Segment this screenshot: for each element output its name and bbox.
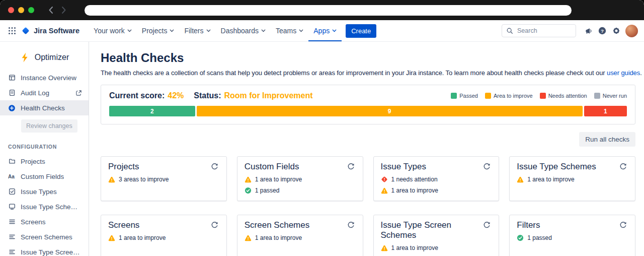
current-score-value: 42% [168, 91, 184, 100]
warning-icon [245, 176, 252, 183]
refresh-icon[interactable] [618, 162, 628, 171]
browser-forward-button[interactable] [57, 4, 70, 17]
sidebar-item-projects[interactable]: Projects [0, 154, 89, 169]
lightning-bolt-icon [20, 52, 31, 63]
status-text: 1 passed [527, 234, 552, 241]
refresh-icon[interactable] [210, 162, 219, 171]
health-check-card-issue-type-schemes[interactable]: Issue Type Schemes1 area to improve [509, 156, 635, 201]
user-avatar[interactable] [625, 25, 638, 37]
score-row: Current score: 42% Status: Room for Impr… [109, 91, 627, 100]
legend-label: Area to improve [494, 93, 533, 99]
card-header: Issue Types [381, 162, 492, 172]
sidebar-item-audit-log[interactable]: Audit Log [0, 85, 89, 100]
board-icon [8, 74, 16, 81]
search-input[interactable] [516, 27, 572, 35]
tab-filters[interactable]: Filters [179, 20, 215, 41]
brand-label: Jira Software [34, 27, 79, 35]
page-title: Health Checks [101, 51, 635, 65]
actions-row: Run all checks [101, 132, 635, 147]
optimizer-sidebar: Optimizer Instance Overview Audit Log [0, 42, 89, 256]
bar-segment-area-to-improve: 9 [197, 106, 583, 116]
sidebar-item-instance-overview[interactable]: Instance Overview [0, 70, 89, 85]
folder-icon [8, 158, 16, 165]
run-all-checks-button[interactable]: Run all checks [579, 132, 635, 147]
health-check-card-screens[interactable]: Screens1 area to improve [101, 215, 227, 256]
health-check-card-screen-schemes[interactable]: Screen Schemes1 area to improve [237, 215, 363, 256]
tab-dashboards[interactable]: Dashboards [216, 20, 271, 41]
health-check-cards-grid: Projects3 areas to improveCustom Fields1… [101, 156, 635, 256]
passed-icon [245, 187, 252, 194]
bar-segment-needs-attention: 1 [584, 106, 627, 116]
minimize-window-button[interactable] [18, 7, 24, 13]
text-style-icon: Aa [8, 173, 16, 180]
tab-label: Filters [184, 27, 203, 35]
refresh-icon[interactable] [346, 162, 356, 171]
tab-apps[interactable]: Apps [308, 20, 342, 41]
card-header: Screen Schemes [245, 220, 356, 230]
refresh-icon[interactable] [210, 220, 219, 230]
sidebar-item-issue-type-schemes[interactable]: Issue Type Schemes [0, 199, 89, 214]
tab-projects[interactable]: Projects [137, 20, 180, 41]
health-check-card-issue-types[interactable]: Issue Types1 needs attention1 area to im… [373, 156, 500, 201]
card-header: Projects [108, 162, 219, 172]
user-guides-link[interactable]: user guides [607, 69, 640, 77]
external-link-icon [75, 90, 83, 96]
browser-back-button[interactable] [44, 4, 57, 17]
sidebar-item-label: Health Checks [21, 104, 65, 112]
review-changes-button[interactable]: Review changes [21, 119, 77, 133]
screen-scheme-icon [8, 233, 16, 240]
card-title: Issue Type Schemes [517, 162, 596, 172]
window-controls [8, 7, 34, 13]
health-check-card-custom-fields[interactable]: Custom Fields1 area to improve1 passed [237, 156, 363, 201]
card-header: Issue Type Schemes [517, 162, 628, 172]
create-button[interactable]: Create [346, 24, 376, 38]
settings-gear-icon[interactable] [609, 24, 623, 38]
card-header: Custom Fields [245, 162, 356, 172]
url-bar[interactable] [85, 5, 572, 16]
configuration-section-heading: CONFIGURATION [0, 138, 89, 154]
status-value: Room for Improvement [224, 91, 313, 100]
current-score-label: Current score: [109, 91, 165, 100]
announcements-icon[interactable] [581, 24, 595, 38]
sidebar-item-health-checks[interactable]: Health Checks [0, 100, 89, 115]
sidebar-item-issue-type-screen-sche[interactable]: Issue Type Screen Sche... [0, 244, 89, 256]
sidebar-item-custom-fields[interactable]: AaCustom Fields [0, 169, 89, 184]
bar-segment-passed: 2 [109, 106, 195, 116]
legend-label: Needs attention [548, 93, 587, 99]
app-switcher-icon[interactable] [5, 24, 19, 38]
card-title: Screens [108, 220, 139, 230]
sidebar-item-screen-schemes[interactable]: Screen Schemes [0, 229, 89, 244]
sidebar-item-issue-types[interactable]: Issue Types [0, 184, 89, 199]
jira-logo[interactable]: Jira Software [21, 26, 79, 35]
document-icon [8, 89, 16, 96]
warning-icon [245, 235, 252, 241]
sidebar-item-label: Projects [21, 158, 45, 165]
health-check-card-issue-type-screen-schemes[interactable]: Issue Type Screen Schemes1 area to impro… [373, 215, 500, 256]
warning-icon [517, 176, 524, 183]
search-box[interactable] [502, 24, 576, 37]
tab-teams[interactable]: Teams [271, 20, 308, 41]
legend-swatch [485, 93, 491, 99]
screen-icon [8, 218, 16, 225]
refresh-icon[interactable] [346, 220, 356, 230]
maximize-window-button[interactable] [28, 7, 34, 13]
checkbox-icon [8, 188, 16, 195]
close-window-button[interactable] [8, 7, 14, 13]
refresh-icon[interactable] [618, 220, 628, 230]
chevron-down-icon [261, 29, 266, 32]
legend-swatch [594, 93, 600, 99]
refresh-icon[interactable] [482, 220, 492, 230]
card-title: Custom Fields [245, 162, 299, 172]
score-legend: PassedArea to improveNeeds attentionNeve… [451, 93, 627, 99]
card-title: Issue Types [381, 162, 426, 172]
legend-item-area-to-improve: Area to improve [485, 93, 533, 99]
help-icon[interactable]: ? [595, 24, 609, 38]
health-check-card-filters[interactable]: Filters1 passed [509, 215, 635, 256]
card-status: 1 passed [245, 187, 356, 194]
sidebar-item-label: Issue Type Screen Sche... [21, 248, 83, 256]
health-check-card-projects[interactable]: Projects3 areas to improve [101, 156, 227, 201]
sidebar-item-screens[interactable]: Screens [0, 214, 89, 229]
tab-your-work[interactable]: Your work [89, 20, 137, 41]
warning-icon [108, 235, 115, 241]
refresh-icon[interactable] [482, 162, 492, 171]
